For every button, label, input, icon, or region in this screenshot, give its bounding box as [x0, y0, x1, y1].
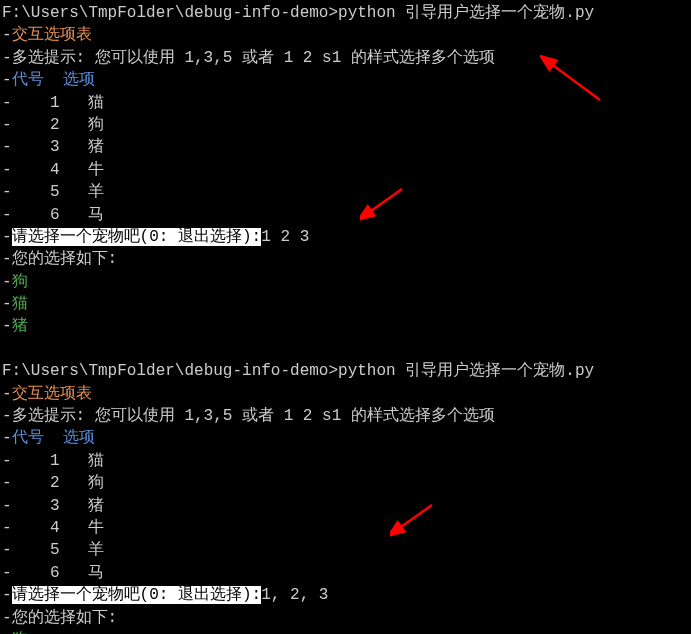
- table-row: - 4 牛: [2, 159, 689, 181]
- row-id: 6: [50, 206, 60, 224]
- dash: -: [2, 407, 12, 425]
- input-line[interactable]: -请选择一个宠物吧(0: 退出选择):1, 2, 3: [2, 584, 689, 606]
- table-row: - 4 牛: [2, 517, 689, 539]
- row-id: 2: [50, 474, 60, 492]
- result-item: -狗: [2, 271, 689, 293]
- result-label-line: -您的选择如下:: [2, 607, 689, 629]
- table-row: - 3 猪: [2, 136, 689, 158]
- header-line: -交互选项表: [2, 383, 689, 405]
- table-row: - 2 狗: [2, 114, 689, 136]
- row-name: 猪: [88, 138, 104, 156]
- dash: -: [2, 206, 50, 224]
- result-label-line: -您的选择如下:: [2, 248, 689, 270]
- row-id: 3: [50, 138, 60, 156]
- row-id: 3: [50, 497, 60, 515]
- dash: -: [2, 609, 12, 627]
- col-option: 选项: [63, 429, 95, 447]
- dash: -: [2, 474, 50, 492]
- dash: -: [2, 49, 12, 67]
- row-name: 羊: [88, 183, 104, 201]
- command-text: python 引导用户选择一个宠物.py: [338, 4, 594, 22]
- dash: -: [2, 273, 12, 291]
- row-id: 5: [50, 541, 60, 559]
- col-option: 选项: [63, 71, 95, 89]
- result-text: 猪: [12, 317, 28, 335]
- blank-line: [2, 338, 689, 360]
- dash: -: [2, 541, 50, 559]
- result-item: -猪: [2, 315, 689, 337]
- row-name: 狗: [88, 116, 104, 134]
- input-prompt: 请选择一个宠物吧(0: 退出选择):: [12, 228, 262, 246]
- hint-text: 您可以使用 1,3,5 或者 1 2 s1 的样式选择多个选项: [95, 49, 495, 67]
- row-name: 猫: [88, 452, 104, 470]
- row-name: 马: [88, 206, 104, 224]
- col-id: 代号: [12, 71, 44, 89]
- row-id: 2: [50, 116, 60, 134]
- result-item: -猫: [2, 293, 689, 315]
- dash: -: [2, 317, 12, 335]
- input-value[interactable]: 1, 2, 3: [261, 586, 328, 604]
- hint-line: -多选提示: 您可以使用 1,3,5 或者 1 2 s1 的样式选择多个选项: [2, 405, 689, 427]
- result-label: 您的选择如下:: [12, 250, 118, 268]
- table-row: - 6 马: [2, 204, 689, 226]
- dash: -: [2, 452, 50, 470]
- command-line: F:\Users\TmpFolder\debug-info-demo>pytho…: [2, 2, 689, 24]
- dash: -: [2, 497, 50, 515]
- dash: -: [2, 183, 50, 201]
- dash: -: [2, 71, 12, 89]
- dash: -: [2, 161, 50, 179]
- header-title: 交互选项表: [12, 26, 92, 44]
- result-text: 猫: [12, 295, 28, 313]
- table-row: - 5 羊: [2, 539, 689, 561]
- dash: -: [2, 564, 50, 582]
- row-name: 猫: [88, 94, 104, 112]
- dash: -: [2, 385, 12, 403]
- result-item: -狗: [2, 629, 689, 634]
- col-id: 代号: [12, 429, 44, 447]
- row-name: 牛: [88, 161, 104, 179]
- prompt-path: F:\Users\TmpFolder\debug-info-demo>: [2, 362, 338, 380]
- table-row: - 1 猫: [2, 92, 689, 114]
- prompt-path: F:\Users\TmpFolder\debug-info-demo>: [2, 4, 338, 22]
- dash: -: [2, 429, 12, 447]
- col-spacer: [44, 71, 63, 89]
- hint-text: 您可以使用 1,3,5 或者 1 2 s1 的样式选择多个选项: [95, 407, 495, 425]
- row-id: 6: [50, 564, 60, 582]
- row-id: 1: [50, 94, 60, 112]
- table-row: - 5 羊: [2, 181, 689, 203]
- row-id: 4: [50, 161, 60, 179]
- column-header: -代号 选项: [2, 427, 689, 449]
- table-row: - 2 狗: [2, 472, 689, 494]
- dash: -: [2, 228, 12, 246]
- row-id: 4: [50, 519, 60, 537]
- row-id: 5: [50, 183, 60, 201]
- dash: -: [2, 295, 12, 313]
- input-prompt: 请选择一个宠物吧(0: 退出选择):: [12, 586, 262, 604]
- result-text: 狗: [12, 273, 28, 291]
- input-line[interactable]: -请选择一个宠物吧(0: 退出选择):1 2 3: [2, 226, 689, 248]
- dash: -: [2, 94, 50, 112]
- table-row: - 6 马: [2, 562, 689, 584]
- col-spacer: [44, 429, 63, 447]
- column-header: -代号 选项: [2, 69, 689, 91]
- dash: -: [2, 138, 50, 156]
- result-label: 您的选择如下:: [12, 609, 118, 627]
- table-row: - 3 猪: [2, 495, 689, 517]
- dash: -: [2, 26, 12, 44]
- row-name: 猪: [88, 497, 104, 515]
- row-id: 1: [50, 452, 60, 470]
- header-line: -交互选项表: [2, 24, 689, 46]
- hint-line: -多选提示: 您可以使用 1,3,5 或者 1 2 s1 的样式选择多个选项: [2, 47, 689, 69]
- hint-label: 多选提示:: [12, 49, 95, 67]
- header-title: 交互选项表: [12, 385, 92, 403]
- dash: -: [2, 586, 12, 604]
- input-value[interactable]: 1 2 3: [261, 228, 309, 246]
- dash: -: [2, 250, 12, 268]
- row-name: 羊: [88, 541, 104, 559]
- row-name: 狗: [88, 474, 104, 492]
- row-name: 马: [88, 564, 104, 582]
- command-text: python 引导用户选择一个宠物.py: [338, 362, 594, 380]
- dash: -: [2, 519, 50, 537]
- dash: -: [2, 116, 50, 134]
- table-row: - 1 猫: [2, 450, 689, 472]
